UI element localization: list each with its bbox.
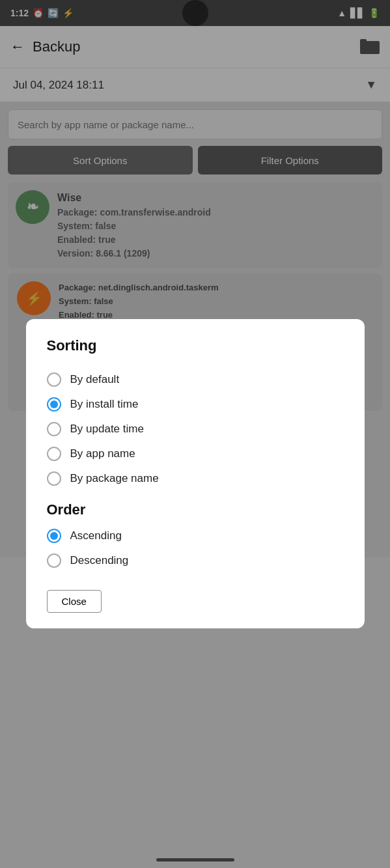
radio-by-package-name-circle [47,471,61,486]
radio-by-update-time-circle [47,422,61,436]
radio-ascending-label: Ascending [70,529,122,542]
radio-by-default[interactable]: By default [47,367,344,392]
camera-notch [182,0,208,26]
radio-descending-label: Descending [70,554,129,567]
radio-descending-circle [47,553,61,568]
radio-by-app-name-label: By app name [70,447,135,460]
radio-by-app-name[interactable]: By app name [47,441,344,466]
radio-by-app-name-circle [47,447,61,461]
radio-ascending[interactable]: Ascending [47,524,344,548]
close-button[interactable]: Close [47,590,102,613]
radio-descending[interactable]: Descending [47,548,344,573]
order-section-title: Order [47,501,344,518]
order-radio-group: Ascending Descending [47,524,344,573]
radio-by-install-time[interactable]: By install time [47,392,344,417]
dialog-overlay: Sorting By default By install time By up… [0,0,390,868]
radio-by-package-name-label: By package name [70,472,159,485]
radio-by-package-name[interactable]: By package name [47,466,344,491]
sort-dialog-title: Sorting [47,337,344,354]
radio-by-update-time[interactable]: By update time [47,417,344,441]
radio-by-default-circle [47,372,61,387]
sort-dialog: Sorting By default By install time By up… [26,319,365,628]
sort-radio-group: By default By install time By update tim… [47,367,344,491]
radio-by-install-time-label: By install time [70,398,139,411]
radio-ascending-circle [47,529,61,543]
radio-by-default-label: By default [70,373,120,386]
radio-by-update-time-label: By update time [70,423,144,436]
radio-by-install-time-circle [47,397,61,412]
